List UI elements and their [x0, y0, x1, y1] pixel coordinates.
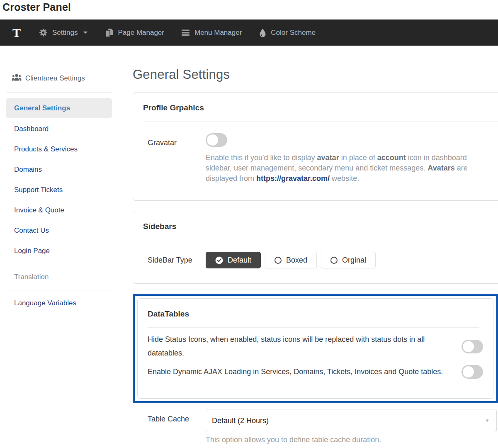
sidebar-divider	[6, 264, 112, 264]
datatables-card: DataTables Hide Status Icons, when enabl…	[137, 298, 493, 399]
card-divider	[148, 394, 487, 394]
card-divider	[148, 327, 479, 328]
sidebar-item-contact-us[interactable]: Contact Us	[6, 221, 112, 240]
sidebar-type-label: SideBar Type	[143, 256, 206, 265]
check-circle-icon	[215, 256, 223, 264]
chevron-down-icon	[83, 32, 87, 34]
gravatar-help-text: Enable this if you'd like to display ava…	[206, 153, 473, 184]
radio-circle-icon	[330, 257, 338, 264]
sidebar-item-translation[interactable]: Translation	[6, 268, 112, 287]
sidebars-card: Sidebars SideBar Type Default	[133, 211, 498, 284]
select-caret-icon: ▼	[485, 418, 490, 424]
nav-item-label: Settings	[52, 29, 78, 37]
gravatar-link[interactable]: https://gravatar.com/	[256, 174, 330, 183]
top-navbar: T Settings Page Manager	[0, 19, 498, 46]
table-cache-card: Table Cache Default (2 Hours) ▼ This opt…	[133, 404, 498, 448]
page-title: Croster Panel	[2, 1, 498, 13]
nav-item-label: Color Scheme	[271, 29, 316, 37]
card-title: Profile Grpahics	[143, 103, 498, 112]
gear-icon	[39, 28, 48, 37]
sidebar-item-invoice-quote[interactable]: Invoice & Quote	[6, 201, 112, 220]
card-divider	[143, 240, 498, 240]
main-panel: General Settings Profile Grpahics Gravat…	[133, 46, 498, 448]
gravatar-toggle[interactable]	[206, 133, 227, 147]
card-title: DataTables	[148, 309, 483, 319]
hide-status-icons-toggle[interactable]	[462, 340, 483, 353]
sidebar-type-option-boxed[interactable]: Boxed	[265, 252, 317, 268]
sidebar-header: Clientarea Settings	[6, 74, 112, 93]
radio-circle-icon	[275, 257, 282, 264]
sidebar-type-option-default[interactable]: Default	[206, 252, 261, 268]
sidebar-divider	[6, 290, 112, 290]
gravatar-label: Gravatar	[143, 133, 206, 147]
table-cache-help-text: This option allows you to define table c…	[206, 436, 498, 444]
dynamic-ajax-loading-toggle[interactable]	[462, 365, 483, 379]
profile-graphics-card: Profile Grpahics Gravatar Enable this if…	[133, 92, 498, 201]
users-icon	[12, 74, 22, 83]
nav-item-menu-manager[interactable]: Menu Manager	[182, 29, 242, 37]
dynamic-ajax-loading-text: Enable Dynamic AJAX Loading in Services,…	[148, 365, 443, 379]
sidebar-type-button-group: Default Boxed Orginal	[206, 252, 376, 268]
table-cache-select[interactable]: Default (2 Hours) ▼	[206, 409, 497, 432]
option-label: Default	[228, 256, 251, 265]
datatables-highlight-outline: DataTables Hide Status Icons, when enabl…	[133, 294, 498, 403]
pages-icon	[105, 28, 113, 37]
sidebar-item-login-page[interactable]: Login Page	[6, 241, 112, 261]
sidebar-item-language-variables[interactable]: Language Variables	[6, 294, 112, 313]
nav-item-label: Menu Manager	[194, 29, 242, 37]
hide-status-icons-text: Hide Status Icons, when enabled, status …	[148, 333, 452, 360]
option-label: Boxed	[286, 256, 307, 265]
sidebar-item-support-tickets[interactable]: Support Tickets	[6, 180, 112, 200]
settings-sidebar: Clientarea Settings General Settings Das…	[6, 46, 112, 314]
nav-item-label: Page Manager	[118, 29, 164, 37]
card-title: Sidebars	[143, 222, 498, 231]
nav-item-page-manager[interactable]: Page Manager	[105, 28, 164, 37]
option-label: Orginal	[342, 256, 366, 265]
main-title: General Settings	[133, 67, 498, 82]
hamburger-icon	[182, 29, 190, 36]
sidebar-item-dashboard[interactable]: Dashboard	[6, 119, 112, 139]
nav-item-color-scheme[interactable]: Color Scheme	[259, 28, 316, 37]
sidebar-type-option-orginal[interactable]: Orginal	[321, 252, 376, 268]
droplet-icon	[259, 28, 266, 37]
card-divider	[143, 121, 498, 122]
nav-item-settings[interactable]: Settings	[39, 28, 87, 37]
sidebar-header-label: Clientarea Settings	[25, 74, 85, 83]
sidebar-nav-list: General Settings Dashboard Products & Se…	[6, 93, 112, 313]
brand-logo-icon[interactable]: T	[12, 27, 21, 39]
sidebar-item-products-services[interactable]: Products & Services	[6, 140, 112, 159]
table-cache-label: Table Cache	[143, 409, 206, 424]
sidebar-item-domains[interactable]: Domains	[6, 160, 112, 179]
content-area: Clientarea Settings General Settings Das…	[0, 46, 498, 448]
select-value: Default (2 Hours)	[212, 416, 269, 425]
sidebar-item-general-settings[interactable]: General Settings	[6, 98, 112, 118]
